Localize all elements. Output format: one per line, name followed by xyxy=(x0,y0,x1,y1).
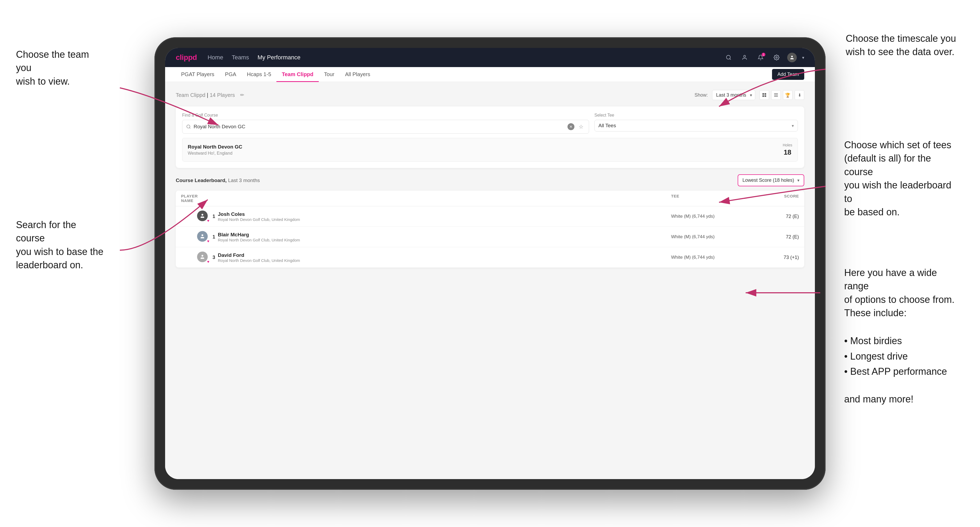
rank-1: 1 xyxy=(213,214,215,219)
avatar-wrap-2: ♥ xyxy=(197,231,209,243)
download-btn[interactable]: ⬇ xyxy=(795,90,804,100)
annotation-left-middle: Search for the courseyou wish to base th… xyxy=(16,218,107,272)
show-controls: Show: Last 3 months Last 6 months Last y… xyxy=(695,90,804,100)
svg-point-4 xyxy=(791,56,793,57)
annotation-right-bottom: Here you have a wide rangeof options to … xyxy=(844,266,956,406)
tab-all-players[interactable]: All Players xyxy=(340,67,375,82)
person-icon-btn[interactable] xyxy=(739,52,750,63)
bullet-1: Most birdies xyxy=(844,333,956,349)
tab-pgat-players[interactable]: PGAT Players xyxy=(176,67,220,82)
player-name-1: Josh Coles xyxy=(218,211,300,217)
main-content: Team Clippd | 14 Players ✏ Show: Last 3 … xyxy=(165,82,815,479)
avatar-btn[interactable] xyxy=(787,53,797,62)
player-club-1: Royal North Devon Golf Club, United King… xyxy=(218,217,300,222)
svg-point-14 xyxy=(202,214,204,216)
table-row: ♥ 3 David Ford Royal North Devon Golf Cl… xyxy=(176,247,804,268)
trophy-view-btn[interactable]: 🏆 xyxy=(783,90,792,100)
leaderboard-title: Course Leaderboard, Last 3 months xyxy=(176,178,260,183)
table-row: ♥ 1 Josh Coles Royal North Devon Golf Cl… xyxy=(176,206,804,227)
holes-label: Holes xyxy=(783,143,792,147)
col-tee: TEE xyxy=(671,194,751,203)
course-location: Westward Ho!, England xyxy=(188,151,242,156)
course-info: Royal North Devon GC Westward Ho!, Engla… xyxy=(188,144,242,156)
avatar-chevron[interactable]: ▾ xyxy=(802,55,804,60)
tablet-screen: clippd Home Teams My Performance 1 xyxy=(165,48,815,479)
player-name-2: Blair McHarg xyxy=(218,232,300,238)
settings-icon-btn[interactable] xyxy=(771,52,782,63)
leaderboard-header: Course Leaderboard, Last 3 months Lowest… xyxy=(176,174,804,186)
tee-3: White (M) (6,744 yds) xyxy=(671,255,751,260)
find-label: Find a Golf Course xyxy=(182,113,589,117)
brand-logo: clippd xyxy=(176,53,197,62)
heart-icon-2: ♥ xyxy=(207,239,209,243)
team-title: Team Clippd | 14 Players xyxy=(176,92,235,98)
tab-pga[interactable]: PGA xyxy=(220,67,242,82)
svg-point-12 xyxy=(187,125,190,128)
col-player-name: PLAYER NAME xyxy=(181,194,197,203)
team-header: Team Clippd | 14 Players ✏ Show: Last 3 … xyxy=(176,90,804,100)
score-3: 73 (+1) xyxy=(751,255,799,260)
heart-icon-3: ♥ xyxy=(207,259,209,264)
nav-home[interactable]: Home xyxy=(207,53,223,62)
svg-line-1 xyxy=(730,59,731,60)
add-team-button[interactable]: Add Team xyxy=(772,69,804,80)
svg-point-2 xyxy=(743,56,745,57)
rank-2: 1 xyxy=(213,234,215,240)
course-result: Royal North Devon GC Westward Ho!, Engla… xyxy=(182,138,798,162)
annotation-top-left: Choose the team youwish to view. xyxy=(16,48,107,88)
nav-teams[interactable]: Teams xyxy=(232,53,249,62)
search-icon-btn[interactable] xyxy=(723,52,734,63)
grid-view-btn[interactable] xyxy=(759,90,769,100)
bell-icon-btn[interactable]: 1 xyxy=(755,52,766,63)
holes-number: 18 xyxy=(783,148,792,157)
subnav-right: Add Team xyxy=(772,69,804,80)
player-avatar-1 xyxy=(197,211,208,221)
svg-rect-11 xyxy=(774,96,778,97)
search-card: Find a Golf Course ✕ ☆ Select Tee All Te… xyxy=(176,106,804,168)
svg-rect-10 xyxy=(774,95,778,95)
col-score: SCORE xyxy=(751,194,799,203)
avatar-wrap-1: ♥ xyxy=(197,211,209,222)
score-selector-chevron: ▾ xyxy=(797,178,799,183)
score-2: 72 (E) xyxy=(751,234,799,240)
player-name-3: David Ford xyxy=(218,252,300,258)
player-text-1: Josh Coles Royal North Devon Golf Club, … xyxy=(218,211,300,222)
nav-my-performance[interactable]: My Performance xyxy=(258,53,301,62)
player-avatar-3 xyxy=(197,252,208,262)
navbar-icons: 1 ▾ xyxy=(723,52,804,63)
rank-3: 3 xyxy=(213,255,215,260)
annotation-top-right: Choose the timescale youwish to see the … xyxy=(846,32,956,59)
svg-point-0 xyxy=(727,56,730,59)
course-search-input[interactable] xyxy=(194,124,565,130)
find-course-col: Find a Golf Course ✕ ☆ xyxy=(182,113,589,133)
heart-icon-1: ♥ xyxy=(207,219,209,223)
search-icon xyxy=(186,124,191,129)
tab-hcaps[interactable]: Hcaps 1-5 xyxy=(242,67,277,82)
list-view-btn[interactable] xyxy=(771,90,781,100)
course-name: Royal North Devon GC xyxy=(188,144,242,150)
score-selector[interactable]: Lowest Score (18 holes) ▾ xyxy=(738,174,804,186)
clear-search-btn[interactable]: ✕ xyxy=(568,123,574,130)
avatar-wrap-3: ♥ xyxy=(197,252,209,263)
view-icons: 🏆 ⬇ xyxy=(759,90,804,100)
show-dropdown-wrapper: Last 3 months Last 6 months Last year Al… xyxy=(712,90,755,100)
navbar: clippd Home Teams My Performance 1 xyxy=(165,48,815,67)
edit-icon[interactable]: ✏ xyxy=(240,92,244,98)
player-club-3: Royal North Devon Golf Club, United King… xyxy=(218,258,300,263)
player-club-2: Royal North Devon Golf Club, United King… xyxy=(218,238,300,242)
player-text-2: Blair McHarg Royal North Devon Golf Club… xyxy=(218,232,300,242)
table-row: ♥ 1 Blair McHarg Royal North Devon Golf … xyxy=(176,227,804,247)
tee-select[interactable]: All Tees ▾ xyxy=(594,120,798,132)
favorite-btn[interactable]: ☆ xyxy=(577,123,585,131)
svg-point-16 xyxy=(202,255,204,257)
search-row: Find a Golf Course ✕ ☆ Select Tee All Te… xyxy=(182,113,798,133)
tab-tour[interactable]: Tour xyxy=(319,67,340,82)
tablet-frame: clippd Home Teams My Performance 1 xyxy=(154,37,826,490)
show-dropdown[interactable]: Last 3 months Last 6 months Last year Al… xyxy=(712,90,755,100)
svg-rect-8 xyxy=(765,95,766,97)
tab-team-clippd[interactable]: Team Clippd xyxy=(277,67,319,82)
bullet-3: Best APP performance xyxy=(844,364,956,379)
table-header: PLAYER NAME TEE SCORE xyxy=(176,190,804,206)
player-info-2: ♥ 1 Blair McHarg Royal North Devon Golf … xyxy=(197,231,671,243)
show-label: Show: xyxy=(695,92,708,98)
